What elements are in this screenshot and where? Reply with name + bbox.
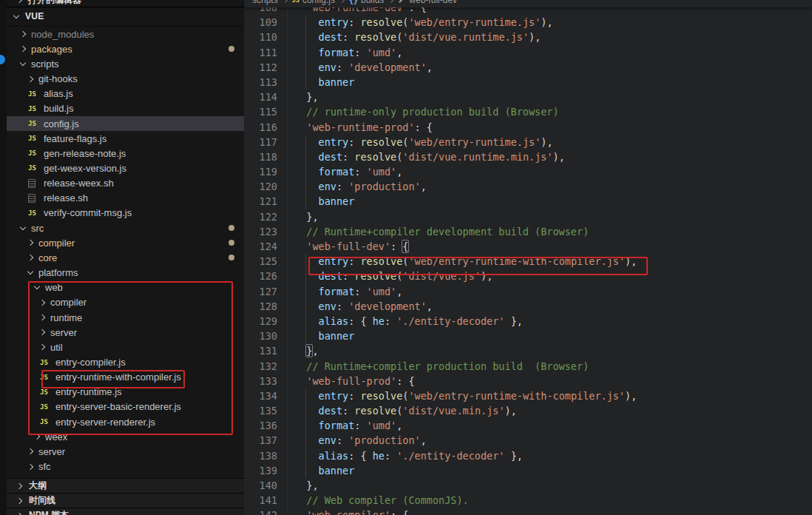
- tree-item-alias.js[interactable]: JSalias.js: [7, 87, 244, 101]
- code-line-117[interactable]: 117 entry: resolve('web/entry-runtime.js…: [244, 135, 812, 149]
- code-line-137[interactable]: 137 env: 'production',: [244, 433, 812, 448]
- code-line-138[interactable]: 138 alias: { he: './entity-decoder' },: [244, 448, 812, 463]
- tree-item-web[interactable]: web: [7, 280, 244, 295]
- breadcrumb-item-scripts[interactable]: scripts: [252, 0, 278, 5]
- tree-item-entry-runtime-with-compiler.js[interactable]: JSentry-runtime-with-compiler.js: [7, 370, 244, 385]
- breadcrumb-item-builds[interactable]: {}builds: [349, 0, 384, 5]
- code-line-119[interactable]: 119 format: 'umd',: [244, 164, 812, 179]
- tree-item-sfc[interactable]: sfc: [7, 460, 244, 474]
- tree-item-label: git-hooks: [38, 73, 78, 84]
- tree-item-get-weex-version.js[interactable]: JSget-weex-version.js: [7, 161, 244, 175]
- tree-item-label: entry-server-renderer.js: [55, 417, 155, 428]
- code-line-111[interactable]: 111 format: 'umd',: [244, 45, 812, 60]
- indent-guide: [277, 284, 288, 299]
- shell-file-icon: [28, 179, 35, 188]
- line-number: 111: [244, 45, 277, 60]
- chevron-right-icon: [39, 329, 45, 335]
- tree-item-compiler[interactable]: compiler: [7, 235, 244, 250]
- tree-item-release.sh[interactable]: release.sh: [7, 191, 244, 206]
- line-number: 137: [244, 433, 277, 448]
- code-line-115[interactable]: 115 // runtime-only production build (Br…: [244, 104, 812, 119]
- code-line-114[interactable]: 114 },: [244, 90, 812, 104]
- code-line-134[interactable]: 134 entry: resolve('web/entry-runtime-wi…: [244, 388, 812, 403]
- code-line-128[interactable]: 128 env: 'development',: [244, 299, 812, 314]
- breadcrumb-item-config.js[interactable]: JSconfig.js: [292, 0, 335, 5]
- tree-item-scripts[interactable]: scripts: [7, 56, 244, 71]
- panel-label: 时间线: [29, 494, 55, 507]
- code-line-141[interactable]: 141 // Web compiler (CommonJS).: [244, 493, 812, 508]
- tree-item-server[interactable]: server: [7, 325, 244, 340]
- tree-item-feature-flags.js[interactable]: JSfeature-flags.js: [7, 131, 244, 146]
- chevron-right-icon: [34, 434, 40, 440]
- line-number: 122: [244, 209, 277, 224]
- tree-item-entry-server-renderer.js[interactable]: JSentry-server-renderer.js: [7, 414, 244, 429]
- code-line-121[interactable]: 121 banner: [244, 194, 812, 209]
- code-line-122[interactable]: 122 },: [244, 209, 812, 224]
- tree-item-build.js[interactable]: JSbuild.js: [7, 101, 244, 116]
- code-line-133[interactable]: 133 'web-full-prod': {: [244, 374, 812, 388]
- line-number: 124: [244, 239, 277, 254]
- git-modified-badge: [229, 240, 234, 246]
- line-number: 138: [244, 448, 277, 463]
- code-line-110[interactable]: 110 dest: resolve('dist/vue.runtime.js')…: [244, 30, 812, 44]
- tree-item-label: get-weex-version.js: [44, 163, 126, 174]
- tree-item-label: release-weex.sh: [44, 178, 114, 189]
- js-file-icon: JS: [28, 149, 40, 157]
- tree-item-platforms[interactable]: platforms: [7, 266, 244, 280]
- code-line-113[interactable]: 113 banner: [244, 75, 812, 90]
- tree-item-entry-runtime.js[interactable]: JSentry-runtime.js: [7, 385, 244, 400]
- tree-item-entry-compiler.js[interactable]: JSentry-compiler.js: [7, 354, 244, 369]
- line-number: 115: [244, 104, 277, 119]
- indent-guide: [277, 254, 288, 269]
- tree-item-gen-release-note.js[interactable]: JSgen-release-note.js: [7, 146, 244, 161]
- panel-时间线[interactable]: 时间线: [7, 493, 244, 508]
- code-line-131[interactable]: 131 },: [244, 343, 812, 358]
- code-line-112[interactable]: 112 env: 'development',: [244, 60, 812, 75]
- code-line-125[interactable]: 125 entry: resolve('web/entry-runtime-wi…: [244, 254, 812, 269]
- code-line-139[interactable]: 139 banner: [244, 463, 812, 478]
- code-line-116[interactable]: 116 'web-runtime-prod': {: [244, 120, 812, 135]
- tree-item-compiler[interactable]: compiler: [7, 295, 244, 310]
- code-line-130[interactable]: 130 banner: [244, 329, 812, 343]
- code-line-135[interactable]: 135 dest: resolve('dist/vue.min.js'),: [244, 403, 812, 418]
- tree-item-config.js[interactable]: JSconfig.js: [7, 116, 244, 131]
- code-line-124[interactable]: 124 'web-full-dev': {: [244, 239, 812, 254]
- tree-item-entry-server-basic-renderer.js[interactable]: JSentry-server-basic-renderer.js: [7, 400, 244, 414]
- code-line-127[interactable]: 127 format: 'umd',: [244, 284, 812, 299]
- tree-item-verify-commit-msg.js[interactable]: JSverify-commit-msg.js: [7, 206, 244, 221]
- code-line-126[interactable]: 126 dest: resolve('dist/vue.js'),: [244, 269, 812, 283]
- code-line-123[interactable]: 123 // Runtime+compiler development buil…: [244, 224, 812, 239]
- tree-item-packages[interactable]: packages: [7, 41, 244, 56]
- tree-item-node_modules[interactable]: node_modules: [7, 27, 244, 41]
- code-area[interactable]: 108 'web-runtime-dev': {109 entry: resol…: [244, 0, 812, 515]
- panel-NPM 脚本[interactable]: NPM 脚本: [7, 508, 244, 515]
- activity-bar: [0, 0, 7, 515]
- open-editors-section[interactable]: 打开的编辑器: [7, 0, 244, 7]
- chevron-right-icon: [39, 344, 45, 350]
- line-text: banner: [288, 75, 354, 90]
- breadcrumb-item-web-full-dev[interactable]: web-full-dev: [398, 0, 457, 5]
- tree-item-label: server: [38, 446, 65, 457]
- code-line-120[interactable]: 120 env: 'production',: [244, 179, 812, 194]
- tree-item-server[interactable]: server: [7, 444, 244, 459]
- code-line-132[interactable]: 132 // Runtime+compiler production build…: [244, 359, 812, 374]
- tree-item-weex[interactable]: weex: [7, 429, 244, 444]
- code-line-140[interactable]: 140 },: [244, 478, 812, 493]
- tree-item-git-hooks[interactable]: git-hooks: [7, 71, 244, 86]
- tree-item-release-weex.sh[interactable]: release-weex.sh: [7, 176, 244, 191]
- code-line-118[interactable]: 118 dest: resolve('dist/vue.runtime.min.…: [244, 149, 812, 164]
- tree-item-label: alias.js: [44, 88, 73, 99]
- code-line-129[interactable]: 129 alias: { he: './entity-decoder' },: [244, 314, 812, 329]
- code-line-136[interactable]: 136 format: 'umd',: [244, 418, 812, 433]
- code-line-109[interactable]: 109 entry: resolve('web/entry-runtime.js…: [244, 15, 812, 30]
- tree-item-core[interactable]: core: [7, 250, 244, 265]
- tree-item-src[interactable]: src: [7, 221, 244, 235]
- indent-guide: [277, 15, 288, 30]
- panel-大纲[interactable]: 大纲: [7, 478, 244, 493]
- tree-item-label: verify-commit-msg.js: [44, 207, 132, 218]
- line-text: 'web-compiler': {: [288, 508, 408, 515]
- workspace-root-header[interactable]: VUE: [7, 7, 244, 25]
- tree-item-util[interactable]: util: [7, 340, 244, 354]
- tree-item-runtime[interactable]: runtime: [7, 310, 244, 325]
- code-line-142[interactable]: 142 'web-compiler': {: [244, 508, 812, 515]
